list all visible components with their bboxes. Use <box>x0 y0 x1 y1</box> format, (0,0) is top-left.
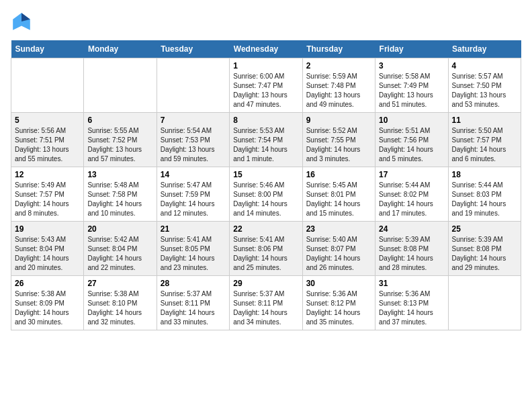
calendar-cell: 11Sunrise: 5:50 AM Sunset: 7:57 PM Dayli… <box>448 113 521 167</box>
calendar-cell: 7Sunrise: 5:54 AM Sunset: 7:53 PM Daylig… <box>157 113 229 167</box>
calendar-cell: 14Sunrise: 5:47 AM Sunset: 7:59 PM Dayli… <box>157 167 229 222</box>
day-info: Sunrise: 5:51 AM Sunset: 7:56 PM Dayligh… <box>379 126 444 164</box>
calendar-cell <box>448 276 521 330</box>
calendar-cell <box>84 58 157 113</box>
day-number: 6 <box>87 116 152 125</box>
day-info: Sunrise: 5:44 AM Sunset: 8:03 PM Dayligh… <box>452 181 517 218</box>
calendar-cell: 9Sunrise: 5:52 AM Sunset: 7:55 PM Daylig… <box>302 113 375 167</box>
calendar-cell: 12Sunrise: 5:49 AM Sunset: 7:57 PM Dayli… <box>11 167 84 222</box>
day-number: 2 <box>306 61 371 71</box>
day-number: 13 <box>87 170 152 179</box>
day-number: 30 <box>306 279 371 288</box>
calendar-cell: 15Sunrise: 5:46 AM Sunset: 8:00 PM Dayli… <box>230 167 302 222</box>
day-number: 20 <box>87 224 152 234</box>
day-number: 21 <box>161 224 226 234</box>
calendar-table: SundayMondayTuesdayWednesdayThursdayFrid… <box>11 40 521 330</box>
day-info: Sunrise: 5:41 AM Sunset: 8:06 PM Dayligh… <box>233 235 298 273</box>
day-number: 3 <box>379 61 444 71</box>
day-info: Sunrise: 5:39 AM Sunset: 8:08 PM Dayligh… <box>452 235 517 273</box>
day-info: Sunrise: 5:40 AM Sunset: 8:07 PM Dayligh… <box>306 235 371 273</box>
day-number: 5 <box>15 116 80 125</box>
calendar-cell: 13Sunrise: 5:48 AM Sunset: 7:58 PM Dayli… <box>84 167 157 222</box>
day-number: 19 <box>15 224 80 234</box>
calendar-cell: 25Sunrise: 5:39 AM Sunset: 8:08 PM Dayli… <box>448 222 521 276</box>
day-number: 10 <box>379 116 444 125</box>
day-info: Sunrise: 5:43 AM Sunset: 8:04 PM Dayligh… <box>15 235 80 273</box>
day-info: Sunrise: 5:54 AM Sunset: 7:53 PM Dayligh… <box>161 126 226 164</box>
calendar-cell: 5Sunrise: 5:56 AM Sunset: 7:51 PM Daylig… <box>11 113 84 167</box>
day-number: 27 <box>87 279 152 288</box>
day-info: Sunrise: 5:49 AM Sunset: 7:57 PM Dayligh… <box>15 181 80 218</box>
day-info: Sunrise: 5:38 AM Sunset: 8:09 PM Dayligh… <box>15 289 80 327</box>
day-header-friday: Friday <box>375 40 448 58</box>
day-info: Sunrise: 5:55 AM Sunset: 7:52 PM Dayligh… <box>87 126 152 164</box>
day-number: 26 <box>15 279 80 288</box>
header-row: SundayMondayTuesdayWednesdayThursdayFrid… <box>11 40 521 58</box>
week-row-1: 1Sunrise: 6:00 AM Sunset: 7:47 PM Daylig… <box>11 58 521 113</box>
day-info: Sunrise: 5:38 AM Sunset: 8:10 PM Dayligh… <box>87 289 152 327</box>
calendar-cell <box>11 58 84 113</box>
day-number: 17 <box>379 170 444 179</box>
day-info: Sunrise: 5:36 AM Sunset: 8:12 PM Dayligh… <box>306 289 371 327</box>
calendar-cell: 23Sunrise: 5:40 AM Sunset: 8:07 PM Dayli… <box>302 222 375 276</box>
day-header-wednesday: Wednesday <box>230 40 302 58</box>
calendar-cell: 22Sunrise: 5:41 AM Sunset: 8:06 PM Dayli… <box>230 222 302 276</box>
day-header-saturday: Saturday <box>448 40 521 58</box>
day-number: 24 <box>379 224 444 234</box>
day-number: 1 <box>233 61 298 71</box>
logo <box>11 11 35 32</box>
day-number: 11 <box>452 116 517 125</box>
day-number: 12 <box>15 170 80 179</box>
week-row-4: 19Sunrise: 5:43 AM Sunset: 8:04 PM Dayli… <box>11 222 521 276</box>
calendar-cell: 10Sunrise: 5:51 AM Sunset: 7:56 PM Dayli… <box>375 113 448 167</box>
day-info: Sunrise: 5:58 AM Sunset: 7:49 PM Dayligh… <box>379 72 444 109</box>
day-info: Sunrise: 5:53 AM Sunset: 7:54 PM Dayligh… <box>233 126 298 164</box>
calendar-cell <box>157 58 229 113</box>
day-number: 7 <box>161 116 226 125</box>
day-info: Sunrise: 5:48 AM Sunset: 7:58 PM Dayligh… <box>87 181 152 218</box>
week-row-2: 5Sunrise: 5:56 AM Sunset: 7:51 PM Daylig… <box>11 113 521 167</box>
day-info: Sunrise: 5:56 AM Sunset: 7:51 PM Dayligh… <box>15 126 80 164</box>
calendar-cell: 8Sunrise: 5:53 AM Sunset: 7:54 PM Daylig… <box>230 113 302 167</box>
calendar-cell: 3Sunrise: 5:58 AM Sunset: 7:49 PM Daylig… <box>375 58 448 113</box>
day-info: Sunrise: 5:50 AM Sunset: 7:57 PM Dayligh… <box>452 126 517 164</box>
day-number: 28 <box>161 279 226 288</box>
calendar-cell: 1Sunrise: 6:00 AM Sunset: 7:47 PM Daylig… <box>230 58 302 113</box>
calendar-cell: 30Sunrise: 5:36 AM Sunset: 8:12 PM Dayli… <box>302 276 375 330</box>
day-header-thursday: Thursday <box>302 40 375 58</box>
calendar-cell: 27Sunrise: 5:38 AM Sunset: 8:10 PM Dayli… <box>84 276 157 330</box>
week-row-3: 12Sunrise: 5:49 AM Sunset: 7:57 PM Dayli… <box>11 167 521 222</box>
calendar-cell: 31Sunrise: 5:36 AM Sunset: 8:13 PM Dayli… <box>375 276 448 330</box>
calendar-cell: 19Sunrise: 5:43 AM Sunset: 8:04 PM Dayli… <box>11 222 84 276</box>
day-info: Sunrise: 5:46 AM Sunset: 8:00 PM Dayligh… <box>233 181 298 218</box>
day-info: Sunrise: 5:37 AM Sunset: 8:11 PM Dayligh… <box>233 289 298 327</box>
calendar-cell: 21Sunrise: 5:41 AM Sunset: 8:05 PM Dayli… <box>157 222 229 276</box>
calendar-cell: 28Sunrise: 5:37 AM Sunset: 8:11 PM Dayli… <box>157 276 229 330</box>
day-number: 25 <box>452 224 517 234</box>
day-info: Sunrise: 5:36 AM Sunset: 8:13 PM Dayligh… <box>379 289 444 327</box>
day-info: Sunrise: 5:59 AM Sunset: 7:48 PM Dayligh… <box>306 72 371 109</box>
day-header-sunday: Sunday <box>11 40 84 58</box>
day-header-monday: Monday <box>84 40 157 58</box>
calendar-cell: 24Sunrise: 5:39 AM Sunset: 8:08 PM Dayli… <box>375 222 448 276</box>
day-number: 16 <box>306 170 371 179</box>
day-info: Sunrise: 5:39 AM Sunset: 8:08 PM Dayligh… <box>379 235 444 273</box>
day-info: Sunrise: 5:52 AM Sunset: 7:55 PM Dayligh… <box>306 126 371 164</box>
calendar-cell: 16Sunrise: 5:45 AM Sunset: 8:01 PM Dayli… <box>302 167 375 222</box>
day-info: Sunrise: 5:41 AM Sunset: 8:05 PM Dayligh… <box>161 235 226 273</box>
calendar-cell: 6Sunrise: 5:55 AM Sunset: 7:52 PM Daylig… <box>84 113 157 167</box>
day-info: Sunrise: 5:44 AM Sunset: 8:02 PM Dayligh… <box>379 181 444 218</box>
day-info: Sunrise: 5:47 AM Sunset: 7:59 PM Dayligh… <box>161 181 226 218</box>
day-header-tuesday: Tuesday <box>157 40 229 58</box>
day-number: 8 <box>233 116 298 125</box>
calendar-cell: 2Sunrise: 5:59 AM Sunset: 7:48 PM Daylig… <box>302 58 375 113</box>
day-number: 9 <box>306 116 371 125</box>
day-info: Sunrise: 5:37 AM Sunset: 8:11 PM Dayligh… <box>161 289 226 327</box>
day-number: 15 <box>233 170 298 179</box>
day-info: Sunrise: 5:57 AM Sunset: 7:50 PM Dayligh… <box>452 72 517 109</box>
calendar-cell: 26Sunrise: 5:38 AM Sunset: 8:09 PM Dayli… <box>11 276 84 330</box>
day-number: 29 <box>233 279 298 288</box>
day-number: 4 <box>452 61 517 71</box>
day-info: Sunrise: 6:00 AM Sunset: 7:47 PM Dayligh… <box>233 72 298 109</box>
day-number: 22 <box>233 224 298 234</box>
